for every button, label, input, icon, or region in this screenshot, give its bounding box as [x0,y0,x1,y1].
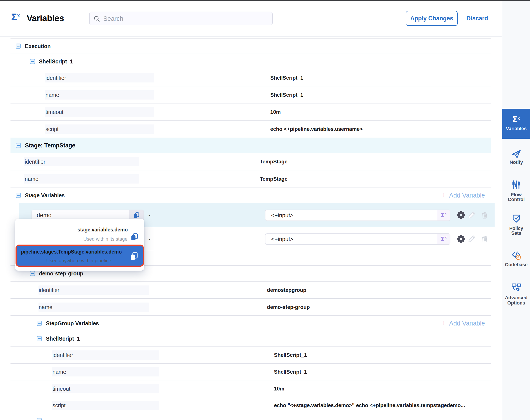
collapse-toggle-icon[interactable] [16,143,21,148]
kv-row: nameShellScript_1 [11,86,491,104]
property-key: timeout [45,109,63,115]
collapse-toggle-icon[interactable] [16,44,21,48]
property-key: name [39,304,52,310]
kv-row: identifierShellScript_1 [11,69,491,86]
collapse-toggle-icon[interactable] [16,193,21,198]
add-variable-button[interactable]: +Add Variable [442,320,485,327]
search-box [89,12,273,25]
pipeline-variable-path: pipeline.stages.TempStage.variables.demo [21,249,122,255]
delete-trash-icon[interactable] [481,211,489,219]
key-cell-background [39,302,149,312]
property-key: name [45,92,59,98]
runtime-input-sigma-icon[interactable]: Σx [437,234,450,244]
sidebar-item-label: Control [502,197,530,202]
property-key: name [52,369,66,375]
key-cell-background [24,174,139,183]
sidebar-item-label: Codebase [502,262,530,268]
right-toolbar: ΣxVariables Notify FlowControl PolicySet… [502,0,530,420]
copy-icon[interactable] [130,252,138,260]
property-key: identifier [39,287,59,293]
property-key: identifier [45,75,66,81]
variable-name-text: demo [37,212,52,219]
sigma-x-icon: Σx [512,115,520,124]
kv-row: identifierTempStage [11,153,491,170]
edit-pencil-icon[interactable] [468,211,476,219]
collapse-toggle-icon[interactable] [37,321,42,326]
property-key: script [45,126,59,132]
sigma-sup-glyph: x [445,235,447,240]
apply-changes-button[interactable]: Apply Changes [406,11,458,26]
paper-plane-icon [511,149,521,159]
sidebar-item-label: Advanced [502,295,530,300]
add-variable-label: Add Variable [449,192,485,199]
property-value: TempStage [260,159,288,165]
section-label: Stage: TempStage [25,142,75,149]
section-label: demo-step-group [39,270,83,277]
kv-row: identifierdemostepgroup [11,282,491,299]
delete-trash-icon[interactable] [481,235,489,243]
search-input[interactable] [103,13,265,25]
property-key: name [25,176,39,182]
property-key: identifier [52,352,73,358]
collapse-toggle-icon[interactable] [37,336,42,341]
page-title: Variables [27,13,64,23]
section-label: Stage Variables [25,192,65,198]
property-value: ShellScript_1 [274,352,307,358]
kv-row: timeout10m [11,380,491,397]
variable-value-input[interactable]: <+input>Σx [265,233,450,245]
variable-value-text: <+input> [271,236,294,243]
tree-row-clipped [11,414,491,420]
add-variable-button[interactable]: +Add Variable [442,192,485,199]
section-label: StepGroup Variables [46,320,99,326]
property-key: identifier [25,159,45,165]
variable-reference-popup: stage.variables.demo Used within its sta… [15,219,144,270]
key-cell-background [45,90,154,100]
collapse-toggle-icon[interactable] [30,271,35,276]
property-value: ShellScript_1 [270,92,303,98]
section-row: ShellScript_1 [11,331,491,346]
variable-value-text: <+input> [271,212,294,219]
property-key: timeout [52,385,70,392]
sidebar-item-label: Options [502,300,530,306]
variables-sigma-icon: Σx [11,12,20,23]
sidebar-item-label: Variables [502,126,530,132]
property-key: script [52,402,66,409]
pipeline-variable-hint: Used anywhere within pipeline [46,258,111,264]
sliders-icon [511,180,521,190]
section-label: ShellScript_1 [46,336,80,342]
sidebar-selected-tile [502,109,530,139]
kv-row: timeout10m [11,104,491,120]
property-value: ShellScript_1 [274,369,307,375]
key-cell-background [52,367,159,376]
key-cell-background [45,124,154,134]
section-label: ShellScript_1 [39,59,73,65]
variables-panel: Σx Variables Apply Changes Discard Execu… [0,0,502,420]
flow-gear-icon [511,282,521,292]
key-cell-background [52,401,159,410]
section-row: Execution [11,39,491,54]
property-value: demostepgroup [267,287,306,293]
sigma-sup-glyph: x [445,211,447,216]
stage-section-row: Stage: TempStage [11,138,491,153]
search-icon [93,15,100,23]
runtime-input-sigma-icon[interactable]: Σx [437,210,450,221]
property-value: 10m [270,109,281,115]
plus-icon: + [442,192,446,198]
edit-pencil-icon[interactable] [468,235,476,243]
kv-row: nameTempStage [11,170,491,187]
pipeline-variable-path-selected[interactable]: pipeline.stages.TempStage.variables.demo… [15,245,144,267]
variable-settings-gear-icon[interactable] [457,211,465,219]
variable-value-input[interactable]: <+input>Σx [265,210,450,221]
copy-icon[interactable] [130,233,139,241]
kv-row: namedemo-step-group [11,299,491,316]
section-label: Execution [25,43,51,49]
discard-button[interactable]: Discard [466,11,488,26]
plus-icon: + [442,320,446,326]
kv-row: scriptecho <+pipeline.variables.username… [11,120,491,138]
collapse-toggle-icon[interactable] [37,418,42,420]
variable-settings-gear-icon[interactable] [457,235,465,243]
property-value: TempStage [260,176,288,182]
collapse-toggle-icon[interactable] [30,59,35,64]
sigma-glyph: Σ [441,236,444,242]
shield-check-icon [511,213,521,224]
